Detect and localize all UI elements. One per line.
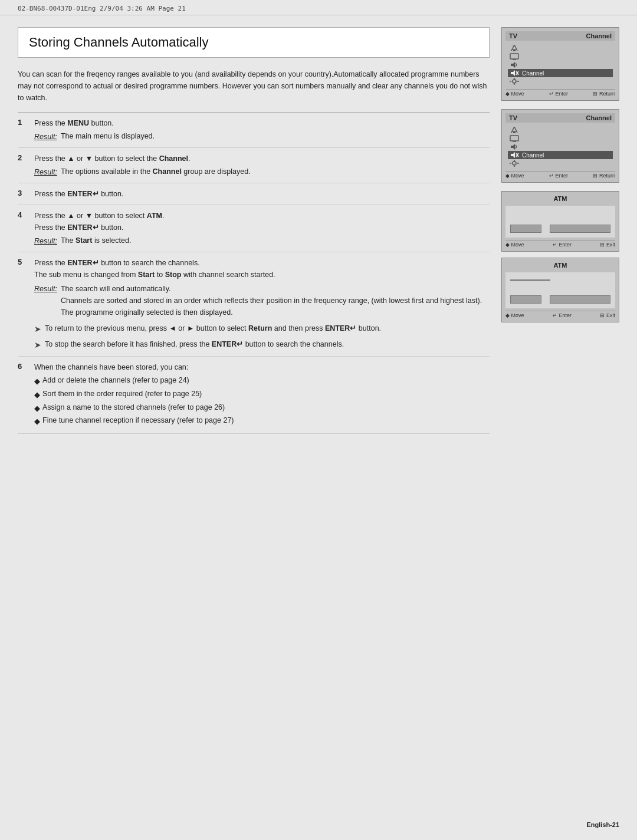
step-1-result: Result: The main menu is displayed. [34, 131, 490, 143]
step-1-result-label: Result: [34, 131, 57, 143]
step-5-result: Result: The search will end automaticall… [34, 283, 490, 318]
svg-rect-4 [510, 54, 518, 59]
atm-2-footer-exit: ⊞ Exit [600, 312, 615, 318]
channel-label-1: Channel [586, 32, 612, 39]
arrow-icon-1: ➤ [34, 323, 41, 335]
arrow-icon-2: ➤ [34, 339, 41, 351]
tv-panel-1-header: TV Channel [505, 31, 615, 41]
step-4-row: 4 Press the ▲ or ▼ button to select ATM.… [18, 205, 490, 252]
tv-icon-antenna-1 [509, 45, 520, 52]
channel-label-2: Channel [586, 114, 612, 121]
tv-label-2: TV [509, 114, 517, 121]
step-4-result-text: The Start is selected. [61, 235, 132, 247]
tv-1-footer-move: ◆ Move [505, 91, 524, 97]
atm-1-btn-left [510, 225, 541, 233]
atm-panel-1: ATM ◆ Move ↵ Enter ⊞ Exit [501, 191, 619, 252]
step-6-bullet-1: ◆ Add or delete the channels (refer to p… [34, 375, 490, 387]
step-4-result-bold: Start [75, 236, 92, 245]
tv-menu-row-1-1 [508, 44, 613, 52]
right-column: TV Channel [501, 27, 619, 434]
svg-marker-21 [511, 144, 515, 150]
atm-2-btn-left [510, 295, 541, 304]
atm-panel-2: ATM ◆ Move ↵ Enter ⊞ Exit [501, 258, 619, 322]
step-6-content: When the channels have been stored, you … [34, 361, 490, 429]
steps-container: 1 Press the MENU button. Result: The mai… [18, 112, 490, 434]
step-3-bold: ENTER↵ [67, 190, 98, 198]
step-3-number: 3 [18, 188, 28, 197]
tv-1-footer-return: ⊞ Return [593, 91, 615, 97]
step-5-note2-text: To stop the search before it has finishe… [45, 339, 344, 351]
tv-panel-2: TV Channel [501, 109, 619, 183]
step-6-intro: When the channels have been stored, you … [34, 361, 490, 373]
tv-menu-row-2-2 [508, 134, 613, 143]
svg-rect-18 [513, 131, 515, 133]
tv-label-1: TV [509, 32, 517, 39]
atm-panel-2-header: ATM [505, 262, 615, 269]
tv-icon-mute-2 [509, 151, 520, 159]
tv-icon-sound-2 [509, 143, 520, 150]
tv-menu-row-1-4: Channel [508, 69, 613, 77]
step-5-note1-text: To return to the previous menu, press ◄ … [45, 323, 381, 335]
atm-2-space [510, 286, 610, 293]
step-3-row: 3 Press the ENTER↵ button. [18, 183, 490, 205]
step-2-result-label: Result: [34, 166, 57, 178]
atm-panel-2-footer: ◆ Move ↵ Enter ⊞ Exit [505, 311, 615, 318]
step-2-result: Result: The options available in the Cha… [34, 166, 490, 178]
tv-menu-row-2-5 [508, 159, 613, 167]
page-footer: English-21 [586, 821, 619, 828]
step-1-row: 1 Press the MENU button. Result: The mai… [18, 113, 490, 148]
atm-panel-2-body [505, 272, 615, 308]
svg-rect-3 [513, 50, 515, 51]
step-2-number: 2 [18, 153, 28, 162]
intro-paragraph: You can scan for the freqency ranges ava… [18, 68, 490, 104]
step-6-bullet-3: ◆ Assign a name to the stored channels (… [34, 402, 490, 414]
step-6-number: 6 [18, 361, 28, 371]
step-5-content: Press the ENTER↵ button to search the ch… [34, 257, 490, 351]
step-6-bullet-1-text: Add or delete the channels (refer to pag… [42, 375, 189, 386]
step-2-content: Press the ▲ or ▼ button to select the Ch… [34, 153, 490, 178]
diamond-icon-1: ◆ [34, 376, 40, 387]
diamond-icon-2: ◆ [34, 390, 40, 401]
tv-menu-items-2: Channel [505, 125, 615, 169]
step-4-result-label: Result: [34, 235, 57, 247]
tv-icon-screen-2 [509, 135, 520, 142]
atm-1-btn-right [550, 225, 610, 233]
atm-1-footer-move: ◆ Move [505, 242, 524, 248]
tv-icon-setup-1 [509, 78, 520, 85]
step-1-number: 1 [18, 117, 28, 127]
step-4-result: Result: The Start is selected. [34, 235, 490, 247]
tv-menu-row-1-5 [508, 77, 613, 85]
atm-1-space [510, 210, 610, 222]
header-text: 02-BN68-00437D-01Eng 2/9/04 3:26 AM Page… [18, 5, 186, 12]
tv-menu-items-1: Channel [505, 43, 615, 87]
tv-2-channel-text: Channel [522, 152, 544, 159]
step-5-note2: ➤ To stop the search before it has finis… [34, 339, 490, 351]
atm-2-line [510, 279, 550, 281]
tv-2-footer-return: ⊞ Return [593, 173, 615, 179]
tv-2-footer-enter: ↵ Enter [549, 173, 568, 179]
step-2-result-bold: Channel [153, 167, 182, 176]
svg-point-10 [513, 80, 516, 83]
step-6-bullet-3-text: Assign a name to the stored channels (re… [42, 402, 225, 413]
atm-2-footer-enter: ↵ Enter [553, 312, 572, 318]
svg-rect-19 [510, 136, 518, 141]
diamond-icon-3: ◆ [34, 403, 40, 414]
step-4-bold2: ENTER↵ [67, 223, 98, 232]
tv-menu-row-2-1 [508, 126, 613, 134]
tv-icon-sound-1 [509, 61, 520, 68]
step-6-bullets: ◆ Add or delete the channels (refer to p… [34, 375, 490, 427]
diamond-icon-4: ◆ [34, 416, 40, 427]
step-6-bullet-2: ◆ Sort them in the order required (refer… [34, 388, 490, 401]
tv-panel-1-footer: ◆ Move ↵ Enter ⊞ Return [505, 89, 615, 97]
step-1-instruction: Press the MENU button. [34, 117, 490, 129]
step-5-result-content: The search will end automatically. Chann… [61, 283, 490, 318]
step-5-instruction2: The sub menu is changed from Start to St… [34, 269, 490, 281]
tv-panel-2-footer: ◆ Move ↵ Enter ⊞ Return [505, 171, 615, 179]
step-2-result-text: The options available in the Channel gro… [61, 166, 251, 178]
step-5-result-text1: The search will end automatically. [61, 283, 490, 295]
page-header: 02-BN68-00437D-01Eng 2/9/04 3:26 AM Page… [0, 0, 637, 15]
tv-panel-1: TV Channel [501, 27, 619, 101]
step-6-row: 6 When the channels have been stored, yo… [18, 357, 490, 434]
page-wrapper: 02-BN68-00437D-01Eng 2/9/04 3:26 AM Page… [0, 0, 637, 840]
tv-icon-screen-1 [509, 53, 520, 60]
